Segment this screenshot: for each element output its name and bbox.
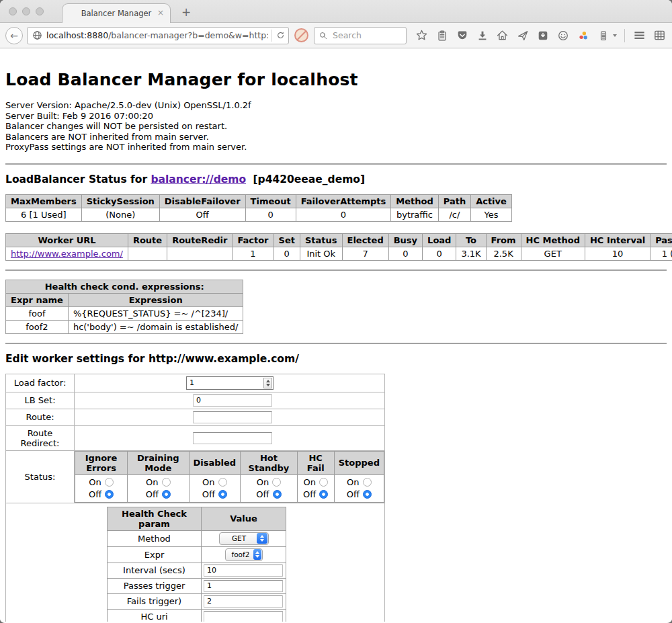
worker-hc-interval: 10 [585,247,650,260]
new-tab-button[interactable]: + [181,5,191,19]
lb-set-input[interactable] [193,394,272,407]
divider [5,163,667,165]
hc-expr-row: Expr foof2 [108,546,286,563]
worker-factor: 1 [233,247,274,260]
hot-standby-off-radio[interactable] [273,490,282,499]
emoji-smiley-icon[interactable] [556,28,570,43]
back-button[interactable]: ← [5,27,23,44]
health-check-expressions-table: Health check cond. expressions: Expr nam… [5,280,243,334]
col-maxmembers: MaxMembers [6,194,82,208]
tab-balancer-manager[interactable]: Balancer Manager × [62,3,171,23]
chevron-down-icon[interactable] [613,34,617,37]
draining-mode-on-radio[interactable] [162,478,171,487]
lb-set-row: LB Set: [6,392,385,409]
table-header-row: Expr name Expression [6,293,243,306]
hc-passes-input[interactable] [204,580,283,592]
expr-row: foof %{REQUEST_STATUS} =~ /^[234]/ [6,306,243,320]
stopped-on-radio[interactable] [363,478,372,487]
select-arrows-icon [257,533,267,544]
hc-method-select[interactable]: GET [219,532,269,545]
hc-method-label: Method [108,530,202,546]
zoom-window-button[interactable] [36,7,44,15]
disabled-off-radio[interactable] [218,490,227,499]
hc-method-selected-value: GET [226,534,257,542]
off-label: Off [146,489,159,501]
close-window-button[interactable] [9,7,17,15]
val-path: /c/ [438,208,470,221]
worker-elected: 7 [342,247,388,260]
minimize-window-button[interactable] [22,7,30,15]
search-input[interactable] [331,30,392,41]
balancer-demo-link[interactable]: balancer://demo [151,173,246,185]
col-worker-url: Worker URL [6,233,128,247]
downloads-icon[interactable] [475,28,489,43]
home-icon[interactable] [495,28,509,43]
select-arrows-icon [253,549,261,560]
load-factor-row: Load factor: [6,374,385,392]
url-text[interactable]: localhost:8880/balancer-manager?b=demo&w… [46,30,268,40]
colored-dots-extension-icon[interactable] [576,28,590,43]
table-row: 6 [1 Used] (None) Off 0 0 bytraffic /c/ … [6,208,512,221]
number-spinner-icon[interactable] [263,378,272,388]
heading-prefix: LoadBalancer Status for [5,173,151,185]
status-radio-row: On Off On Off On Off [75,474,384,502]
hc-interval-input[interactable] [204,565,283,577]
download-manager-icon[interactable] [536,28,550,43]
disabled-on-radio[interactable] [218,478,227,487]
load-factor-input[interactable] [187,378,263,387]
pocket-icon[interactable] [455,28,469,43]
ignore-errors-off-radio[interactable] [105,490,114,499]
hc-fail-on-radio[interactable] [319,478,328,487]
worker-row: http://www.example.com/ 1 0 Init Ok 7 0 … [6,247,672,260]
health-check-param-table: Health Check param Value Method GET [107,507,286,622]
val-stickysession: (None) [81,208,159,221]
load-factor-field[interactable] [186,376,274,390]
content-blocked-icon[interactable] [294,28,308,42]
col-active: Active [471,194,512,208]
col-expr-name: Expr name [6,293,69,306]
reload-button[interactable] [276,30,286,40]
worker-url-link[interactable]: http://www.example.com/ [11,249,123,259]
battery-extension-icon[interactable] [596,28,610,43]
worker-hc-method: GET [521,247,585,260]
hc-uri-input[interactable] [204,611,283,622]
hot-standby-on-radio[interactable] [272,478,281,487]
search-bar[interactable] [314,27,407,44]
divider [5,269,667,271]
hc-expr-select[interactable]: foof2 [225,548,263,561]
off-label: Off [256,489,269,501]
tab-title: Balancer Manager [81,9,152,18]
expr-value: hc('body') =~ /domain is established/ [68,320,243,333]
hc-fail-off-radio[interactable] [319,490,328,499]
route-label: Route: [6,409,75,425]
draining-mode-off-radio[interactable] [162,490,171,499]
tab-close-icon[interactable]: × [157,9,164,17]
hc-expr-selected-value: foof2 [232,550,254,558]
page-content: Load Balancer Manager for localhost Serv… [0,48,672,622]
sidebar-grid-icon[interactable] [653,28,667,43]
bookmark-star-icon[interactable] [415,28,429,43]
worker-passes: 1 (0) [650,247,672,260]
route-redirect-input[interactable] [193,432,272,444]
hc-interval-row: Interval (secs) [108,563,286,578]
expr-name: foof2 [6,320,69,333]
hot-standby-cell: On Off [241,474,298,502]
route-input[interactable] [193,411,272,423]
col-passes: Passes [650,233,672,247]
off-label: Off [202,489,215,501]
ignore-errors-on-radio[interactable] [105,478,114,487]
bookmarks-clipboard-icon[interactable] [435,28,449,43]
col-from: From [486,233,521,247]
hc-uri-row: HC uri [108,609,286,622]
send-plane-icon[interactable] [515,28,530,43]
page-title: Load Balancer Manager for localhost [5,70,667,89]
col-hc-value: Value [202,507,286,530]
url-bar[interactable]: localhost:8880/balancer-manager?b=demo&w… [27,27,289,44]
table-title-row: Health check cond. expressions: [6,280,243,293]
worker-load: 0 [423,247,456,260]
hc-fails-input[interactable] [204,595,283,608]
stopped-off-radio[interactable] [363,490,372,499]
worker-from: 2.5K [486,247,521,260]
val-timeout: 0 [245,208,296,221]
menu-hamburger-icon[interactable] [632,28,646,43]
